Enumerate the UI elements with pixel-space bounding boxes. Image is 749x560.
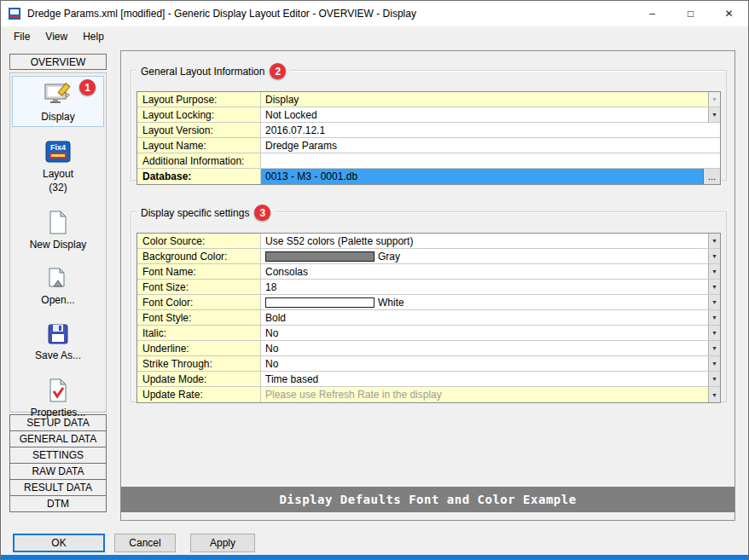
sidebar-item-settings[interactable]: SETTINGS (9, 447, 107, 464)
font-color-value[interactable]: White ▼ (261, 295, 720, 309)
display-edit-icon (44, 81, 73, 109)
sidebar-item-general-data[interactable]: GENERAL DATA (9, 430, 107, 447)
ok-button[interactable]: OK (13, 534, 105, 552)
row-label: Layout Name: (137, 138, 261, 153)
strike-through-value[interactable]: No ▼ (261, 356, 720, 371)
row-italic: Italic: No ▼ (137, 326, 720, 341)
tool-save-as[interactable]: Save As... (12, 318, 104, 366)
dropdown-arrow-icon[interactable]: ▼ (708, 372, 720, 386)
row-font-name: Font Name: Consolas ▼ (137, 264, 720, 280)
dropdown-arrow-icon[interactable]: ▼ (708, 92, 720, 107)
apply-button[interactable]: Apply (190, 534, 255, 552)
dropdown-arrow-icon[interactable]: ▼ (708, 341, 720, 355)
annotation-badge-2: 2 (270, 63, 286, 79)
row-label: Database: (137, 169, 261, 184)
row-layout-name: Layout Name: Dredge Params (137, 138, 720, 153)
font-color-swatch (265, 297, 374, 308)
layout-version-value[interactable]: 2016.07.12.1 (261, 123, 720, 137)
row-label: Font Size: (137, 280, 261, 294)
sidebar-sections: SETUP DATA GENERAL DATA SETTINGS RAW DAT… (9, 414, 107, 512)
menu-view[interactable]: View (38, 28, 75, 45)
dropdown-arrow-icon[interactable]: ▼ (708, 326, 720, 340)
row-label: Font Color: (137, 295, 261, 309)
tool-new-display-label: New Display (30, 240, 87, 251)
tool-layout[interactable]: Fix4 Layout (32) (12, 135, 104, 198)
font-size-value[interactable]: 18 ▼ (261, 280, 720, 294)
annotation-badge-3: 3 (254, 205, 270, 221)
app-window: Dredge Params.xml [modified] - Generic D… (0, 0, 749, 560)
dropdown-arrow-icon[interactable]: ▼ (708, 356, 720, 371)
row-label: Font Style: (137, 310, 261, 325)
tool-properties[interactable]: Properties... (12, 373, 104, 423)
title-bar: Dredge Params.xml [modified] - Generic D… (1, 1, 748, 26)
row-database: Database: 0013 - M3 - 0001.db ... (137, 169, 720, 184)
open-document-icon (47, 268, 69, 292)
sidebar-item-result-data[interactable]: RESULT DATA (9, 479, 107, 496)
tool-open[interactable]: Open... (12, 263, 104, 310)
menu-help[interactable]: Help (75, 28, 112, 45)
maximize-button[interactable]: □ (671, 1, 710, 26)
italic-value[interactable]: No ▼ (261, 326, 720, 340)
tool-new-display[interactable]: New Display (12, 205, 104, 255)
minimize-button[interactable]: – (633, 1, 671, 26)
tool-open-label: Open... (41, 295, 74, 306)
row-strike-through: Strike Through: No ▼ (137, 356, 720, 372)
close-button[interactable]: ✕ (710, 1, 748, 26)
sidebar: OVERVIEW Display 1 (9, 54, 107, 512)
dropdown-arrow-icon[interactable]: ▼ (708, 249, 720, 263)
menu-file[interactable]: File (6, 28, 38, 45)
row-font-color: Font Color: White ▼ (137, 295, 720, 310)
background-color-value[interactable]: Gray ▼ (261, 249, 720, 263)
general-layout-group: General Layout Information 2 Layout Purp… (131, 70, 727, 181)
update-mode-value[interactable]: Time based ▼ (261, 372, 720, 386)
sidebar-item-raw-data[interactable]: RAW DATA (9, 463, 107, 480)
main-panel: General Layout Information 2 Layout Purp… (120, 50, 735, 521)
color-source-value[interactable]: Use S52 colors (Palette support) ▼ (261, 234, 720, 248)
font-style-value[interactable]: Bold ▼ (261, 310, 720, 325)
tool-display-label: Display (41, 112, 74, 123)
dropdown-arrow-icon[interactable]: ▼ (708, 295, 720, 309)
dropdown-arrow-icon[interactable]: ▼ (708, 234, 720, 248)
database-value[interactable]: 0013 - M3 - 0001.db ... (261, 169, 720, 184)
row-additional-information: Additional Information: (137, 153, 720, 169)
layout-name-value[interactable]: Dredge Params (261, 138, 720, 153)
row-label: Strike Through: (137, 356, 261, 371)
dropdown-arrow-icon[interactable]: ▼ (708, 280, 720, 294)
row-label: Layout Purpose: (137, 92, 261, 107)
dropdown-arrow-icon[interactable]: ▼ (708, 264, 720, 279)
row-label: Update Mode: (137, 372, 261, 386)
general-layout-title: General Layout Information 2 (136, 63, 290, 79)
tool-layout-count: (32) (49, 182, 67, 193)
row-background-color: Background Color: Gray ▼ (137, 249, 720, 264)
row-update-mode: Update Mode: Time based ▼ (137, 372, 720, 387)
update-rate-value[interactable]: Please use Refresh Rate in the display ▼ (261, 387, 720, 402)
overview-button[interactable]: OVERVIEW (9, 54, 107, 70)
sidebar-item-dtm[interactable]: DTM (9, 495, 107, 512)
row-label: Layout Version: (137, 123, 261, 137)
row-layout-version: Layout Version: 2016.07.12.1 (137, 123, 720, 138)
font-name-value[interactable]: Consolas ▼ (261, 264, 720, 279)
dropdown-arrow-icon[interactable]: ▼ (708, 107, 720, 122)
row-color-source: Color Source: Use S52 colors (Palette su… (137, 234, 720, 249)
window-title: Dredge Params.xml [modified] - Generic D… (27, 8, 416, 20)
layout-purpose-value[interactable]: Display ▼ (261, 92, 720, 107)
dropdown-arrow-icon[interactable]: ▼ (708, 310, 720, 325)
dropdown-arrow-icon[interactable]: ▼ (708, 387, 720, 402)
display-settings-group: Display specific settings 3 Color Source… (131, 211, 727, 402)
window-controls: – □ ✕ (633, 1, 748, 26)
tool-layout-label: Layout (43, 169, 73, 180)
app-icon (8, 7, 21, 20)
footer-buttons: OK Cancel Apply (13, 534, 255, 552)
window-accent-border (1, 555, 748, 559)
underline-value[interactable]: No ▼ (261, 341, 720, 355)
new-document-icon (48, 211, 68, 237)
tool-display[interactable]: Display 1 (12, 76, 104, 127)
layout-locking-value[interactable]: Not Locked ▼ (261, 107, 720, 122)
row-label: Update Rate: (137, 387, 261, 402)
browse-button[interactable]: ... (703, 169, 720, 184)
row-font-style: Font Style: Bold ▼ (137, 310, 720, 326)
row-label: Additional Information: (137, 153, 261, 168)
menu-bar: File View Help (1, 26, 748, 46)
cancel-button[interactable]: Cancel (114, 534, 176, 552)
additional-information-value[interactable] (261, 153, 720, 168)
